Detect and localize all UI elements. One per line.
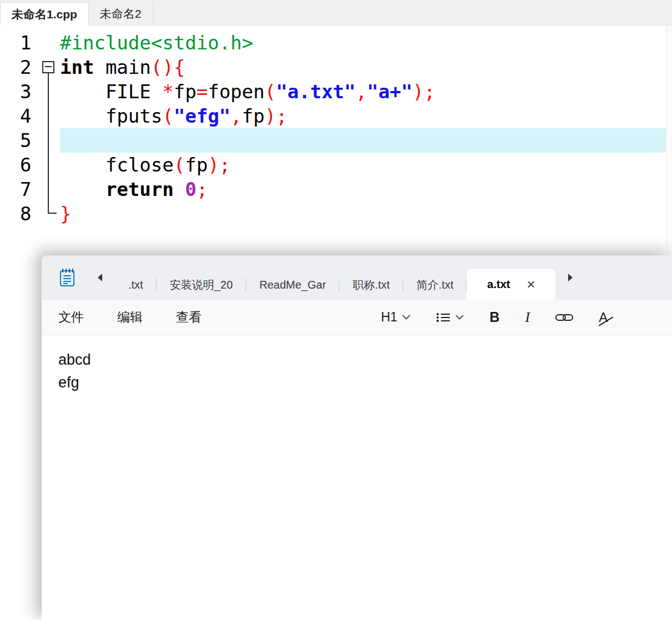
code-text[interactable]: int main(){ bbox=[60, 55, 666, 79]
menu-item[interactable]: 查看 bbox=[176, 309, 202, 326]
bold-icon: B bbox=[489, 309, 499, 325]
fold-guide-line bbox=[48, 79, 49, 104]
notepad-menus: 文件编辑查看 bbox=[58, 309, 235, 326]
list-style-button[interactable] bbox=[432, 310, 468, 325]
ide-tabbar: 未命名1.cpp未命名2 bbox=[0, 0, 672, 26]
notepad-window: .txt安装说明_20ReadMe_Gar职称.txt简介.txta.txt× … bbox=[42, 255, 672, 620]
ide-tab[interactable]: 未命名2 bbox=[89, 2, 153, 25]
code-text[interactable]: fclose(fp); bbox=[60, 153, 666, 177]
text-line[interactable]: abcd bbox=[58, 349, 672, 371]
tab-scroll-left-button[interactable] bbox=[89, 267, 111, 288]
tab-close-icon[interactable]: × bbox=[526, 277, 535, 291]
editor-line[interactable]: 4 fputs("efg",fp); bbox=[0, 104, 672, 128]
editor-line[interactable]: 7 return 0; bbox=[0, 177, 672, 201]
editor-line[interactable]: 1#include<stdio.h> bbox=[0, 31, 672, 55]
notepad-tab[interactable]: .txt bbox=[115, 270, 157, 300]
fold-gutter bbox=[37, 177, 60, 201]
ide-tab[interactable]: 未命名1.cpp bbox=[0, 2, 89, 26]
notepad-tab[interactable]: 职称.txt bbox=[339, 270, 403, 300]
line-number: 7 bbox=[0, 177, 37, 201]
code-text[interactable]: } bbox=[60, 201, 666, 226]
chevron-left-icon bbox=[97, 273, 103, 282]
code-editor[interactable]: 1#include<stdio.h>2int main(){3 FILE *fp… bbox=[0, 26, 672, 226]
fold-guide-line bbox=[48, 104, 49, 128]
line-number: 8 bbox=[0, 201, 37, 226]
line-number: 3 bbox=[0, 79, 37, 104]
code-text[interactable]: fputs("efg",fp); bbox=[60, 104, 666, 128]
fold-gutter bbox=[37, 201, 60, 226]
notepad-tab-label: ReadMe_Gar bbox=[259, 279, 326, 291]
editor-line[interactable]: 5 bbox=[0, 128, 672, 153]
notepad-content[interactable]: abcdefg bbox=[42, 335, 672, 620]
fold-guide-line bbox=[48, 128, 49, 153]
line-number: 6 bbox=[0, 153, 37, 177]
link-icon bbox=[555, 312, 573, 322]
line-number: 2 bbox=[0, 55, 37, 79]
editor-line[interactable]: 3 FILE *fp=fopen("a.txt","a+"); bbox=[0, 79, 672, 104]
editor-line[interactable]: 2int main(){ bbox=[0, 55, 672, 79]
notepad-tabstrip: .txt安装说明_20ReadMe_Gar职称.txt简介.txta.txt× bbox=[42, 255, 672, 300]
heading-style-label: H1 bbox=[381, 310, 397, 325]
notepad-tab-label: 简介.txt bbox=[417, 278, 454, 293]
notepad-tab[interactable]: a.txt× bbox=[467, 269, 555, 300]
italic-icon: I bbox=[525, 309, 530, 326]
notepad-tab-label: 安装说明_20 bbox=[170, 278, 233, 293]
text-line[interactable]: efg bbox=[58, 371, 672, 394]
tab-scroll-right-button[interactable] bbox=[560, 267, 581, 288]
notepad-tab-label: a.txt bbox=[487, 278, 510, 291]
notepad-tab-label: 职称.txt bbox=[353, 278, 390, 293]
notepad-tab[interactable]: 简介.txt bbox=[403, 270, 467, 300]
editor-line[interactable]: 8} bbox=[0, 201, 672, 226]
link-button[interactable] bbox=[551, 310, 578, 325]
notepad-tab-label: .txt bbox=[128, 279, 143, 291]
fold-gutter[interactable] bbox=[37, 55, 60, 79]
code-text[interactable]: FILE *fp=fopen("a.txt","a+"); bbox=[60, 79, 666, 104]
fold-gutter bbox=[37, 153, 60, 177]
code-text[interactable]: #include<stdio.h> bbox=[60, 31, 666, 55]
fold-gutter bbox=[37, 31, 60, 55]
chevron-down-icon bbox=[455, 315, 464, 320]
notepad-app-icon bbox=[58, 268, 76, 288]
notepad-tab[interactable]: 安装说明_20 bbox=[157, 270, 246, 300]
fold-guide-line bbox=[48, 177, 49, 201]
line-number: 4 bbox=[0, 104, 37, 128]
notepad-menubar: 文件编辑查看 H1 B I bbox=[42, 300, 672, 335]
fold-gutter bbox=[37, 79, 60, 104]
notepad-tab[interactable]: ReadMe_Gar bbox=[246, 270, 339, 300]
editor-lines: 1#include<stdio.h>2int main(){3 FILE *fp… bbox=[0, 31, 672, 226]
line-number: 1 bbox=[0, 31, 37, 55]
heading-style-button[interactable]: H1 bbox=[377, 308, 415, 327]
menu-item[interactable]: 编辑 bbox=[117, 309, 143, 326]
fold-guide-line bbox=[48, 201, 49, 213]
italic-button[interactable]: I bbox=[520, 307, 534, 328]
notepad-tabs: .txt安装说明_20ReadMe_Gar职称.txt简介.txta.txt× bbox=[115, 255, 555, 300]
notepad-toolbar: H1 B I bbox=[377, 307, 616, 328]
line-number: 5 bbox=[0, 128, 37, 153]
code-text[interactable] bbox=[60, 128, 666, 153]
fold-collapse-icon[interactable] bbox=[42, 61, 54, 73]
bullet-list-icon bbox=[436, 312, 450, 323]
editor-line[interactable]: 6 fclose(fp); bbox=[0, 153, 672, 177]
bold-button[interactable]: B bbox=[485, 307, 504, 327]
menu-item[interactable]: 文件 bbox=[58, 309, 84, 326]
chevron-right-icon bbox=[567, 273, 574, 282]
chevron-down-icon bbox=[402, 315, 410, 320]
fold-gutter bbox=[37, 128, 60, 153]
clear-formatting-icon: A bbox=[599, 310, 612, 325]
fold-gutter bbox=[37, 104, 60, 128]
fold-guide-end bbox=[48, 213, 57, 214]
clear-formatting-button[interactable]: A bbox=[594, 308, 616, 327]
fold-guide-line bbox=[48, 153, 49, 177]
code-text[interactable]: return 0; bbox=[60, 177, 666, 201]
